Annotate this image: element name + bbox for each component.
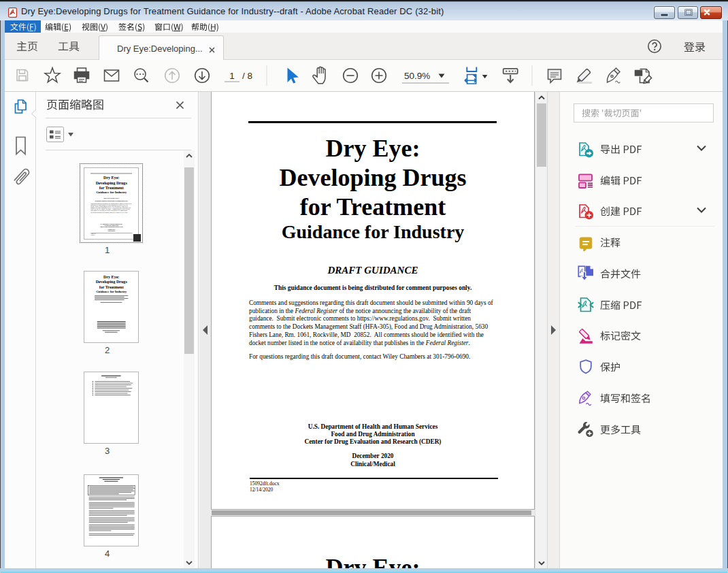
svg-text:50.9%: 50.9% [404, 71, 430, 81]
svg-text:/ 8: / 8 [242, 71, 252, 81]
svg-text:1: 1 [229, 71, 235, 81]
